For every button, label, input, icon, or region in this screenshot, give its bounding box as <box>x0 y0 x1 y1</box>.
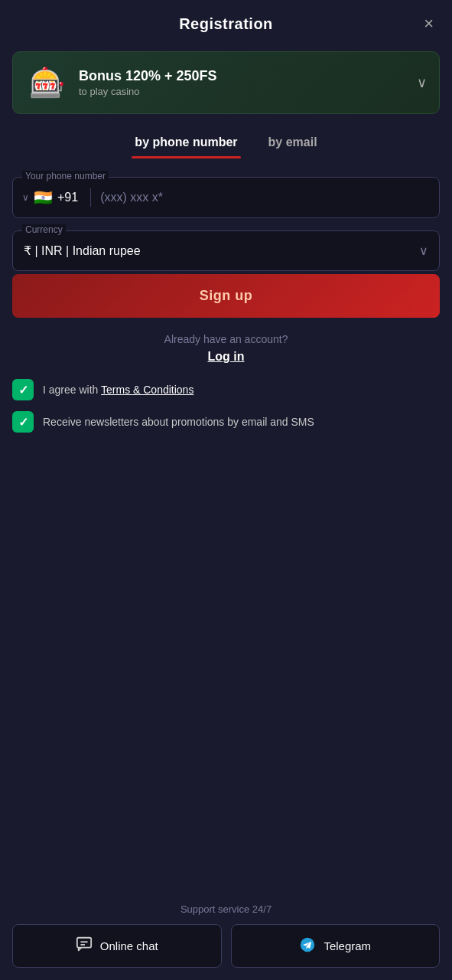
svg-rect-0 <box>77 938 91 948</box>
chat-button-label: Online chat <box>100 939 158 952</box>
bonus-text: Bonus 120% + 250FS to play casino <box>79 68 411 97</box>
svg-point-3 <box>301 938 314 952</box>
modal-header: Registration × <box>0 0 452 45</box>
phone-row: ∨ 🇮🇳 +91 <box>13 178 439 217</box>
support-section: Support service 24/7 Online chat Telegra <box>0 891 452 980</box>
online-chat-button[interactable]: Online chat <box>12 924 222 968</box>
country-chevron-icon: ∨ <box>22 192 29 203</box>
india-flag-icon: 🇮🇳 <box>34 188 53 207</box>
newsletter-label: Receive newsletters about promotions by … <box>43 411 314 430</box>
checkmark-icon: ✓ <box>18 383 28 397</box>
currency-label: Currency <box>22 224 66 235</box>
registration-tabs: by phone number by email <box>12 129 440 158</box>
support-buttons: Online chat Telegram <box>12 924 440 968</box>
currency-value: ₹ | INR | Indian rupee <box>24 243 141 258</box>
bonus-title: Bonus 120% + 250FS <box>79 68 411 84</box>
login-section: Already have an account? Log in <box>0 333 452 364</box>
phone-label: Your phone number <box>22 171 109 181</box>
country-selector-button[interactable]: ∨ 🇮🇳 +91 <box>22 188 78 207</box>
newsletter-checkbox[interactable]: ✓ <box>12 411 34 433</box>
terms-checkbox[interactable]: ✓ <box>12 379 34 400</box>
signup-button[interactable]: Sign up <box>12 274 440 318</box>
chat-icon <box>76 936 93 956</box>
bonus-subtitle: to play casino <box>79 86 411 97</box>
phone-input[interactable] <box>100 191 430 204</box>
telegram-icon <box>299 936 316 956</box>
phone-divider <box>90 188 91 207</box>
currency-field-group[interactable]: Currency ₹ | INR | Indian rupee ∨ <box>12 230 440 271</box>
registration-form: Your phone number ∨ 🇮🇳 +91 Currency ₹ | … <box>0 177 452 271</box>
bonus-icon: 🎰 <box>25 61 68 104</box>
terms-label: I agree with Terms & Conditions <box>43 379 193 398</box>
newsletter-checkbox-row: ✓ Receive newsletters about promotions b… <box>12 411 440 433</box>
close-button[interactable]: × <box>424 15 434 32</box>
terms-checkbox-row: ✓ I agree with Terms & Conditions <box>12 379 440 400</box>
checkboxes-section: ✓ I agree with Terms & Conditions ✓ Rece… <box>0 364 452 433</box>
already-have-account-text: Already have an account? <box>164 333 288 345</box>
currency-row[interactable]: ₹ | INR | Indian rupee ∨ <box>13 231 439 270</box>
terms-label-before: I agree with <box>43 384 101 396</box>
phone-field-group: Your phone number ∨ 🇮🇳 +91 <box>12 177 440 218</box>
telegram-button-label: Telegram <box>324 939 371 952</box>
currency-chevron-icon: ∨ <box>419 243 428 258</box>
telegram-button[interactable]: Telegram <box>231 924 441 968</box>
support-label: Support service 24/7 <box>180 903 272 915</box>
terms-link[interactable]: Terms & Conditions <box>101 384 193 396</box>
bonus-banner[interactable]: 🎰 Bonus 120% + 250FS to play casino ∨ <box>12 51 440 114</box>
tab-email[interactable]: by email <box>265 129 320 158</box>
login-button[interactable]: Log in <box>208 350 245 364</box>
tab-phone[interactable]: by phone number <box>132 129 240 158</box>
bonus-chevron-icon: ∨ <box>417 74 427 91</box>
checkmark-icon-2: ✓ <box>18 415 28 430</box>
country-code: +91 <box>57 191 78 204</box>
modal-title: Registration <box>179 15 273 33</box>
